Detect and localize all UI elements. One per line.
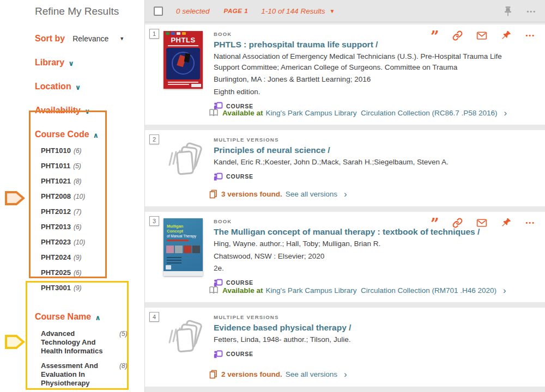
result-card: 3 Mulligan Concept of Manual Therapy BOO… bbox=[145, 212, 545, 302]
facet-item-course-code[interactable]: PHT1011(5) bbox=[41, 162, 144, 177]
facet-availability[interactable]: Availability ∨ bbox=[35, 106, 144, 115]
versions-found-text: 2 versions found. bbox=[221, 370, 282, 378]
multiple-versions-thumbnail[interactable] bbox=[164, 136, 206, 200]
refine-sidebar: Refine My Results Sort by Relevance ▼ Li… bbox=[0, 0, 144, 392]
facet-item-course-code[interactable]: PHT2012(7) bbox=[41, 207, 144, 223]
result-authors: Fetters, Linda, 1948- author.; Tilson, J… bbox=[214, 334, 351, 345]
more-actions-icon[interactable]: ••• bbox=[526, 8, 536, 15]
facet-item-course-name[interactable]: Assessment And Evaluation In Physiothera… bbox=[41, 362, 144, 388]
result-actions: ” ••• bbox=[431, 217, 535, 228]
availability-location: King's Park Campus Library Circulation C… bbox=[266, 286, 497, 295]
result-card: 1 PHTLS BOOK PHTLS : prehospital trauma … bbox=[145, 24, 545, 125]
facet-item-course-code[interactable]: PHT2013(6) bbox=[41, 223, 144, 238]
multiple-versions-thumbnail[interactable] bbox=[164, 313, 206, 380]
phtls-cover[interactable]: PHTLS bbox=[164, 31, 203, 89]
refine-title: Refine My Results bbox=[35, 5, 144, 17]
sort-value[interactable]: Relevance bbox=[72, 34, 108, 43]
annotation-arrow-orange bbox=[4, 188, 25, 208]
versions-link[interactable]: 3 versions found. See all versions › bbox=[209, 189, 347, 199]
versions-found-text: 3 versions found. bbox=[221, 190, 282, 198]
course-tag: COURSE bbox=[214, 173, 449, 181]
chevron-right-icon: › bbox=[344, 191, 347, 198]
results-toolbar: 0 selected PAGE 1 1-10 of 144 Results ▼ … bbox=[145, 0, 545, 22]
permalink-icon[interactable] bbox=[452, 30, 463, 41]
facet-library[interactable]: Library ∨ bbox=[35, 58, 144, 68]
resource-type-label: MULTIPLE VERSIONS bbox=[214, 314, 351, 320]
page: Refine My Results Sort by Relevance ▼ Li… bbox=[0, 0, 545, 392]
more-actions-icon[interactable]: ••• bbox=[525, 219, 535, 226]
stacked-versions-icon bbox=[164, 138, 206, 191]
more-actions-icon[interactable]: ••• bbox=[525, 32, 535, 39]
caret-down-icon[interactable]: ▼ bbox=[119, 36, 124, 41]
email-icon[interactable] bbox=[476, 218, 487, 228]
facet-item-course-code[interactable]: PHT2024(9) bbox=[41, 253, 144, 268]
availability-status: Available at bbox=[222, 109, 263, 117]
annotation-arrow-yellow bbox=[4, 332, 25, 352]
availability-status: Available at bbox=[222, 286, 263, 295]
facet-item-course-code[interactable]: PHT2023(10) bbox=[41, 238, 144, 253]
result-title-link[interactable]: Evidence based physical therapy / bbox=[214, 323, 351, 333]
result-title-link[interactable]: Principles of neural science / bbox=[214, 145, 330, 155]
result-edition: Eighth edition. bbox=[214, 87, 519, 97]
versions-pages-icon bbox=[209, 189, 218, 199]
availability-link[interactable]: Available at King's Park Campus Library … bbox=[209, 286, 506, 295]
result-actions: ” ••• bbox=[431, 30, 535, 41]
results-range[interactable]: 1-10 of 144 Results bbox=[261, 7, 325, 15]
selected-count: 0 selected bbox=[176, 7, 210, 15]
permalink-icon[interactable] bbox=[452, 218, 463, 228]
sort-by-label: Sort by bbox=[35, 34, 65, 44]
result-number-badge: 1 bbox=[149, 29, 159, 39]
facet-location[interactable]: Location ∨ bbox=[35, 82, 144, 91]
book-icon bbox=[209, 286, 219, 295]
see-all-versions-link[interactable]: See all versions bbox=[286, 190, 337, 198]
facet-item-course-code[interactable]: PHT3001(9) bbox=[41, 284, 144, 299]
chevron-down-icon: ∨ bbox=[68, 59, 74, 68]
chevron-down-icon: ∨ bbox=[75, 83, 81, 91]
result-number-badge: 3 bbox=[149, 216, 159, 226]
book-cover-thumbnail[interactable]: Mulligan Concept of Manual Therapy bbox=[164, 217, 206, 296]
facet-course-name[interactable]: Course Name ∧ bbox=[35, 312, 144, 322]
result-authors: Kandel, Eric R.;Koester, John D.;Mack, S… bbox=[214, 157, 449, 168]
select-all-checkbox[interactable] bbox=[154, 7, 163, 16]
result-title-link[interactable]: PHTLS : prehospital trauma life support … bbox=[214, 40, 378, 50]
see-all-versions-link[interactable]: See all versions bbox=[286, 370, 337, 378]
facet-item-course-code[interactable]: PHT1010(6) bbox=[41, 146, 144, 162]
sort-by-control[interactable]: Sort by Relevance ▼ bbox=[35, 34, 144, 44]
facet-item-course-code[interactable]: PHT2025(6) bbox=[41, 268, 144, 284]
availability-location: King's Park Campus Library Circulation C… bbox=[266, 109, 498, 117]
chevron-right-icon: › bbox=[504, 109, 507, 117]
result-publisher: Burlington, MA : Jones & Bartlett Learni… bbox=[214, 74, 519, 85]
versions-link[interactable]: 2 versions found. See all versions › bbox=[209, 370, 347, 379]
page-indicator: PAGE 1 bbox=[224, 8, 249, 14]
result-number-badge: 4 bbox=[149, 312, 159, 322]
pin-page-icon[interactable] bbox=[502, 5, 513, 17]
caret-down-icon[interactable]: ▼ bbox=[329, 8, 335, 14]
citation-icon[interactable]: ” bbox=[431, 34, 439, 40]
facet-item-course-code[interactable]: PHT1021(8) bbox=[41, 177, 144, 192]
chevron-up-icon: ∧ bbox=[95, 314, 101, 322]
facet-item-course-name[interactable]: Advanced Technology And Health Informati… bbox=[41, 329, 144, 356]
pin-icon[interactable] bbox=[501, 30, 512, 41]
book-icon bbox=[209, 108, 219, 117]
availability-link[interactable]: Available at King's Park Campus Library … bbox=[209, 108, 507, 117]
result-authors: Hing, Wayne. author.; Hall, Toby; Mullig… bbox=[214, 238, 480, 249]
course-name-list: Advanced Technology And Health Informati… bbox=[41, 329, 144, 392]
result-authors: National Association of Emergency Medica… bbox=[214, 51, 519, 72]
facet-course-code[interactable]: Course Code ∧ bbox=[35, 130, 144, 139]
versions-pages-icon bbox=[209, 370, 218, 379]
chevron-right-icon: › bbox=[503, 287, 506, 294]
book-cover-thumbnail[interactable]: PHTLS bbox=[164, 30, 206, 118]
course-tag: COURSE bbox=[214, 350, 351, 358]
course-icon bbox=[214, 173, 223, 181]
facet-item-course-code[interactable]: PHT2008(10) bbox=[41, 192, 144, 207]
mulligan-cover[interactable]: Mulligan Concept of Manual Therapy bbox=[164, 218, 203, 276]
citation-icon[interactable]: ” bbox=[431, 221, 439, 228]
result-card: 2 MULTIPLE VERSIONS bbox=[145, 130, 545, 206]
resource-type-label: MULTIPLE VERSIONS bbox=[214, 137, 449, 143]
chevron-right-icon: › bbox=[344, 371, 347, 378]
result-title-link[interactable]: The Mulligan concept of manual therapy :… bbox=[214, 227, 480, 237]
email-icon[interactable] bbox=[476, 31, 487, 40]
chevron-down-icon: ∨ bbox=[84, 107, 90, 115]
pin-icon[interactable] bbox=[501, 217, 512, 228]
result-edition: 2e. bbox=[214, 263, 480, 274]
